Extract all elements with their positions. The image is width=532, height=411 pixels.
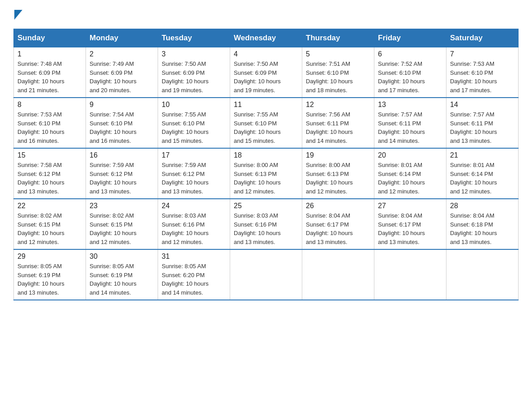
calendar-cell: 15 Sunrise: 7:58 AM Sunset: 6:12 PM Dayl… bbox=[14, 148, 86, 199]
day-info: Sunrise: 8:04 AM Sunset: 6:17 PM Dayligh… bbox=[378, 211, 442, 246]
calendar-cell: 5 Sunrise: 7:51 AM Sunset: 6:10 PM Dayli… bbox=[302, 47, 374, 98]
calendar-cell: 23 Sunrise: 8:02 AM Sunset: 6:15 PM Dayl… bbox=[86, 199, 158, 249]
week-row-2: 8 Sunrise: 7:53 AM Sunset: 6:10 PM Dayli… bbox=[14, 98, 519, 148]
calendar-cell: 24 Sunrise: 8:03 AM Sunset: 6:16 PM Dayl… bbox=[158, 199, 230, 249]
day-info: Sunrise: 7:59 AM Sunset: 6:12 PM Dayligh… bbox=[90, 161, 154, 196]
calendar-cell bbox=[374, 249, 446, 300]
calendar-cell: 20 Sunrise: 8:01 AM Sunset: 6:14 PM Dayl… bbox=[374, 148, 446, 199]
day-number: 26 bbox=[306, 202, 370, 210]
day-number: 16 bbox=[90, 151, 154, 159]
day-number: 3 bbox=[162, 50, 226, 58]
day-number: 6 bbox=[378, 50, 442, 58]
calendar-table: SundayMondayTuesdayWednesdayThursdayFrid… bbox=[13, 29, 519, 300]
calendar-cell bbox=[446, 249, 519, 300]
calendar-cell: 14 Sunrise: 7:57 AM Sunset: 6:11 PM Dayl… bbox=[446, 98, 519, 148]
calendar-cell: 4 Sunrise: 7:50 AM Sunset: 6:09 PM Dayli… bbox=[230, 47, 302, 98]
calendar-cell: 25 Sunrise: 8:03 AM Sunset: 6:16 PM Dayl… bbox=[230, 199, 302, 249]
day-info: Sunrise: 8:05 AM Sunset: 6:19 PM Dayligh… bbox=[90, 262, 154, 297]
day-number: 5 bbox=[306, 50, 370, 58]
day-number: 30 bbox=[90, 253, 154, 261]
day-info: Sunrise: 8:00 AM Sunset: 6:13 PM Dayligh… bbox=[306, 161, 370, 196]
weekday-header-sunday: Sunday bbox=[14, 29, 86, 47]
calendar-cell: 30 Sunrise: 8:05 AM Sunset: 6:19 PM Dayl… bbox=[86, 249, 158, 300]
weekday-header-saturday: Saturday bbox=[446, 29, 519, 47]
day-number: 25 bbox=[234, 202, 298, 210]
calendar-cell: 26 Sunrise: 8:04 AM Sunset: 6:17 PM Dayl… bbox=[302, 199, 374, 249]
logo-icon bbox=[14, 10, 22, 20]
day-info: Sunrise: 7:55 AM Sunset: 6:10 PM Dayligh… bbox=[234, 110, 298, 145]
day-number: 4 bbox=[234, 50, 298, 58]
day-info: Sunrise: 7:50 AM Sunset: 6:09 PM Dayligh… bbox=[162, 60, 226, 94]
day-number: 15 bbox=[17, 151, 82, 159]
day-info: Sunrise: 8:03 AM Sunset: 6:16 PM Dayligh… bbox=[234, 211, 298, 246]
week-row-1: 1 Sunrise: 7:48 AM Sunset: 6:09 PM Dayli… bbox=[14, 47, 519, 98]
day-info: Sunrise: 7:58 AM Sunset: 6:12 PM Dayligh… bbox=[17, 161, 82, 196]
day-number: 31 bbox=[162, 253, 226, 261]
week-row-3: 15 Sunrise: 7:58 AM Sunset: 6:12 PM Dayl… bbox=[14, 148, 519, 199]
day-number: 20 bbox=[378, 151, 442, 159]
weekday-header-row: SundayMondayTuesdayWednesdayThursdayFrid… bbox=[14, 29, 519, 47]
day-number: 14 bbox=[450, 101, 515, 109]
week-row-4: 22 Sunrise: 8:02 AM Sunset: 6:15 PM Dayl… bbox=[14, 199, 519, 249]
day-number: 28 bbox=[450, 202, 515, 210]
weekday-header-friday: Friday bbox=[374, 29, 446, 47]
calendar-cell: 7 Sunrise: 7:53 AM Sunset: 6:10 PM Dayli… bbox=[446, 47, 519, 98]
day-number: 12 bbox=[306, 101, 370, 109]
day-info: Sunrise: 7:52 AM Sunset: 6:10 PM Dayligh… bbox=[378, 60, 442, 94]
day-info: Sunrise: 8:01 AM Sunset: 6:14 PM Dayligh… bbox=[450, 161, 515, 196]
weekday-header-wednesday: Wednesday bbox=[230, 29, 302, 47]
calendar-cell: 27 Sunrise: 8:04 AM Sunset: 6:17 PM Dayl… bbox=[374, 199, 446, 249]
calendar-cell: 19 Sunrise: 8:00 AM Sunset: 6:13 PM Dayl… bbox=[302, 148, 374, 199]
calendar-cell: 1 Sunrise: 7:48 AM Sunset: 6:09 PM Dayli… bbox=[14, 47, 86, 98]
day-info: Sunrise: 8:03 AM Sunset: 6:16 PM Dayligh… bbox=[162, 211, 226, 246]
weekday-header-monday: Monday bbox=[86, 29, 158, 47]
day-info: Sunrise: 8:04 AM Sunset: 6:17 PM Dayligh… bbox=[306, 211, 370, 246]
day-info: Sunrise: 7:50 AM Sunset: 6:09 PM Dayligh… bbox=[234, 60, 298, 94]
day-number: 22 bbox=[17, 202, 82, 210]
weekday-header-thursday: Thursday bbox=[302, 29, 374, 47]
day-info: Sunrise: 8:05 AM Sunset: 6:20 PM Dayligh… bbox=[162, 262, 226, 297]
calendar-cell: 21 Sunrise: 8:01 AM Sunset: 6:14 PM Dayl… bbox=[446, 148, 519, 199]
day-number: 29 bbox=[17, 253, 82, 261]
day-info: Sunrise: 8:02 AM Sunset: 6:15 PM Dayligh… bbox=[17, 211, 82, 246]
calendar-cell: 2 Sunrise: 7:49 AM Sunset: 6:09 PM Dayli… bbox=[86, 47, 158, 98]
day-info: Sunrise: 7:59 AM Sunset: 6:12 PM Dayligh… bbox=[162, 161, 226, 196]
calendar-cell: 9 Sunrise: 7:54 AM Sunset: 6:10 PM Dayli… bbox=[86, 98, 158, 148]
calendar-cell: 31 Sunrise: 8:05 AM Sunset: 6:20 PM Dayl… bbox=[158, 249, 230, 300]
day-number: 9 bbox=[90, 101, 154, 109]
day-info: Sunrise: 7:53 AM Sunset: 6:10 PM Dayligh… bbox=[450, 60, 515, 94]
day-number: 7 bbox=[450, 50, 515, 58]
day-info: Sunrise: 8:04 AM Sunset: 6:18 PM Dayligh… bbox=[450, 211, 515, 246]
day-info: Sunrise: 7:51 AM Sunset: 6:10 PM Dayligh… bbox=[306, 60, 370, 94]
calendar-cell: 3 Sunrise: 7:50 AM Sunset: 6:09 PM Dayli… bbox=[158, 47, 230, 98]
day-number: 18 bbox=[234, 151, 298, 159]
day-info: Sunrise: 7:53 AM Sunset: 6:10 PM Dayligh… bbox=[17, 110, 82, 145]
calendar-cell: 12 Sunrise: 7:56 AM Sunset: 6:11 PM Dayl… bbox=[302, 98, 374, 148]
day-info: Sunrise: 7:49 AM Sunset: 6:09 PM Dayligh… bbox=[90, 60, 154, 94]
calendar-cell: 10 Sunrise: 7:55 AM Sunset: 6:10 PM Dayl… bbox=[158, 98, 230, 148]
week-row-5: 29 Sunrise: 8:05 AM Sunset: 6:19 PM Dayl… bbox=[14, 249, 519, 300]
svg-marker-0 bbox=[14, 10, 22, 20]
day-info: Sunrise: 8:00 AM Sunset: 6:13 PM Dayligh… bbox=[234, 161, 298, 196]
day-number: 10 bbox=[162, 101, 226, 109]
calendar-cell: 28 Sunrise: 8:04 AM Sunset: 6:18 PM Dayl… bbox=[446, 199, 519, 249]
day-info: Sunrise: 8:02 AM Sunset: 6:15 PM Dayligh… bbox=[90, 211, 154, 246]
calendar-cell: 22 Sunrise: 8:02 AM Sunset: 6:15 PM Dayl… bbox=[14, 199, 86, 249]
calendar-cell bbox=[302, 249, 374, 300]
day-info: Sunrise: 7:55 AM Sunset: 6:10 PM Dayligh… bbox=[162, 110, 226, 145]
calendar-cell: 8 Sunrise: 7:53 AM Sunset: 6:10 PM Dayli… bbox=[14, 98, 86, 148]
day-number: 24 bbox=[162, 202, 226, 210]
day-number: 8 bbox=[17, 101, 82, 109]
day-info: Sunrise: 8:05 AM Sunset: 6:19 PM Dayligh… bbox=[17, 262, 82, 297]
weekday-header-tuesday: Tuesday bbox=[158, 29, 230, 47]
day-number: 19 bbox=[306, 151, 370, 159]
day-number: 27 bbox=[378, 202, 442, 210]
calendar-cell: 11 Sunrise: 7:55 AM Sunset: 6:10 PM Dayl… bbox=[230, 98, 302, 148]
logo bbox=[13, 9, 22, 20]
day-number: 1 bbox=[17, 50, 82, 58]
day-number: 21 bbox=[450, 151, 515, 159]
day-info: Sunrise: 7:48 AM Sunset: 6:09 PM Dayligh… bbox=[17, 60, 82, 94]
calendar-cell: 13 Sunrise: 7:57 AM Sunset: 6:11 PM Dayl… bbox=[374, 98, 446, 148]
day-info: Sunrise: 7:57 AM Sunset: 6:11 PM Dayligh… bbox=[450, 110, 515, 145]
page-header bbox=[13, 9, 519, 20]
